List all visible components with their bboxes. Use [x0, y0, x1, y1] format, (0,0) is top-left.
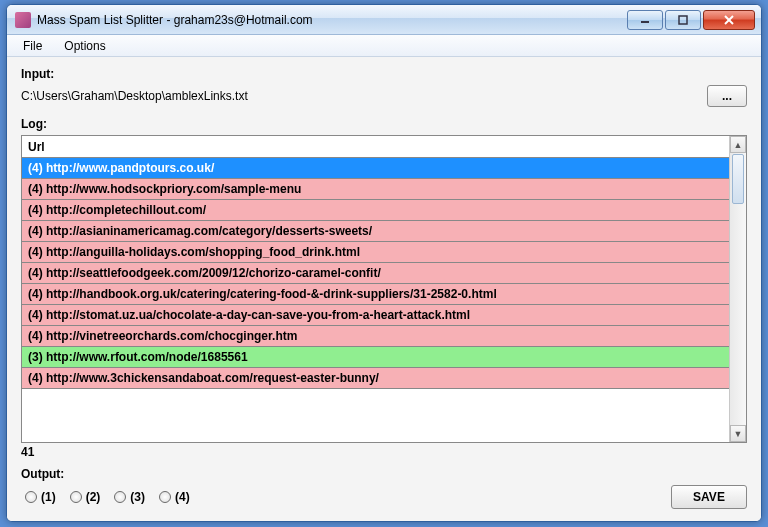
table-row[interactable]: (4) http://seattlefoodgeek.com/2009/12/c…	[22, 263, 729, 284]
radio-icon	[70, 491, 82, 503]
row-count: 41	[21, 445, 747, 459]
table-row[interactable]: (4) http://anguilla-holidays.com/shoppin…	[22, 242, 729, 263]
window-controls	[625, 10, 755, 30]
output-radio-4[interactable]: (4)	[159, 490, 190, 504]
menu-file[interactable]: File	[13, 36, 52, 56]
output-label: Output:	[21, 467, 747, 481]
output-radio-group: (1)(2)(3)(4)	[21, 490, 671, 504]
table-row[interactable]: (3) http://www.rfout.com/node/1685561	[22, 347, 729, 368]
minimize-icon	[640, 15, 650, 25]
main-window: Mass Spam List Splitter - graham23s@Hotm…	[6, 4, 762, 522]
input-path: C:\Users\Graham\Desktop\amblexLinks.txt	[21, 89, 699, 103]
menu-options[interactable]: Options	[54, 36, 115, 56]
close-button[interactable]	[703, 10, 755, 30]
svg-rect-1	[679, 16, 687, 24]
scroll-up-button[interactable]: ▲	[730, 136, 746, 153]
log-label: Log:	[21, 117, 747, 131]
log-grid: Url (4) http://www.pandptours.co.uk/(4) …	[21, 135, 747, 443]
log-area: Url (4) http://www.pandptours.co.uk/(4) …	[21, 135, 747, 459]
window-title: Mass Spam List Splitter - graham23s@Hotm…	[37, 13, 625, 27]
titlebar[interactable]: Mass Spam List Splitter - graham23s@Hotm…	[7, 5, 761, 35]
output-radio-1[interactable]: (1)	[25, 490, 56, 504]
maximize-icon	[678, 15, 688, 25]
radio-icon	[159, 491, 171, 503]
vertical-scrollbar[interactable]: ▲ ▼	[729, 136, 746, 442]
app-icon	[15, 12, 31, 28]
grid-rows: (4) http://www.pandptours.co.uk/(4) http…	[22, 158, 729, 442]
radio-label: (4)	[175, 490, 190, 504]
close-icon	[723, 14, 735, 26]
minimize-button[interactable]	[627, 10, 663, 30]
radio-label: (1)	[41, 490, 56, 504]
scroll-thumb[interactable]	[732, 154, 744, 204]
scroll-down-button[interactable]: ▼	[730, 425, 746, 442]
input-row: C:\Users\Graham\Desktop\amblexLinks.txt …	[21, 85, 747, 107]
output-block: Output: (1)(2)(3)(4) SAVE	[21, 467, 747, 509]
input-label: Input:	[21, 67, 747, 81]
browse-button[interactable]: ...	[707, 85, 747, 107]
radio-label: (3)	[130, 490, 145, 504]
table-row[interactable]: (4) http://www.hodsockpriory.com/sample-…	[22, 179, 729, 200]
table-row[interactable]: (4) http://stomat.uz.ua/chocolate-a-day-…	[22, 305, 729, 326]
output-radio-2[interactable]: (2)	[70, 490, 101, 504]
table-row[interactable]: (4) http://handbook.org.uk/catering/cate…	[22, 284, 729, 305]
table-row[interactable]: (4) http://www.pandptours.co.uk/	[22, 158, 729, 179]
table-row[interactable]: (4) http://www.3chickensandaboat.com/req…	[22, 368, 729, 389]
table-row[interactable]: (4) http://vinetreeorchards.com/chocging…	[22, 326, 729, 347]
client-area: Input: C:\Users\Graham\Desktop\amblexLin…	[7, 57, 761, 521]
output-radio-3[interactable]: (3)	[114, 490, 145, 504]
menubar: File Options	[7, 35, 761, 57]
radio-icon	[114, 491, 126, 503]
table-row[interactable]: (4) http://asianinamericamag.com/categor…	[22, 221, 729, 242]
table-row[interactable]: (4) http://completechillout.com/	[22, 200, 729, 221]
maximize-button[interactable]	[665, 10, 701, 30]
grid-header-url[interactable]: Url	[22, 136, 729, 158]
save-button[interactable]: SAVE	[671, 485, 747, 509]
radio-icon	[25, 491, 37, 503]
radio-label: (2)	[86, 490, 101, 504]
